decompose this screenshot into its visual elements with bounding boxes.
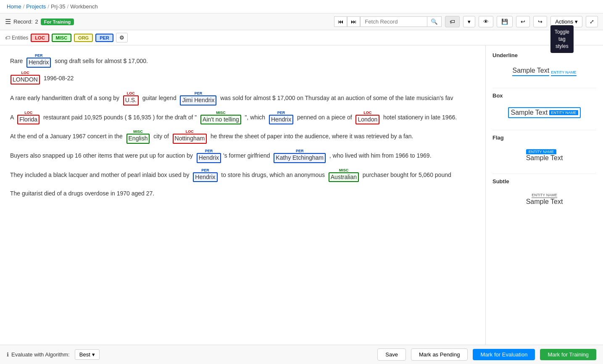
flag-sample-text: Sample Text	[526, 154, 563, 162]
text-paragraph-2: LOC LONDON 1996-08-22	[10, 71, 475, 85]
save-button[interactable]: Save	[377, 348, 406, 361]
entity-jimi-hendrix[interactable]: PER Jimi Hendrix	[180, 92, 216, 106]
breadcrumb-workbench: Workbench	[70, 3, 98, 10]
bottom-toolbar: ℹ Evaluate with Algorithm: Best ▾ Save M…	[0, 345, 603, 364]
actions-chevron-icon: ▾	[575, 18, 578, 25]
subtle-title: Subtle	[492, 178, 596, 185]
save-icon-button[interactable]: 💾	[497, 16, 513, 27]
underline-style-section[interactable]: Underline Sample Text ENTITY NAME	[492, 52, 596, 79]
entity-tag-per[interactable]: PER	[95, 34, 113, 42]
entity-settings-button[interactable]: ⚙	[116, 33, 128, 42]
fetch-prev-button[interactable]: ⏮	[334, 16, 347, 27]
flag-title: Flag	[492, 135, 596, 141]
text-area[interactable]: Rare PER Hendrix song draft sells for al…	[0, 45, 485, 345]
record-icon: ☰	[5, 18, 11, 26]
algorithm-select-button[interactable]: Best ▾	[75, 349, 100, 360]
actions-label: Actions	[555, 18, 573, 25]
entity-tag-org[interactable]: ORG	[74, 34, 93, 42]
fetch-record-input[interactable]	[360, 16, 427, 27]
entity-english[interactable]: MISC English	[126, 130, 150, 144]
subtle-sample-text: Sample Text	[526, 198, 563, 206]
algorithm-value: Best	[79, 351, 90, 358]
breadcrumb-project-id: Prj-35	[51, 3, 66, 10]
mark-pending-button[interactable]: Mark as Pending	[411, 348, 468, 361]
flag-entity-name: ENTITY NAME	[526, 149, 556, 154]
text-paragraph-4: A LOC Florida restaurant paid 10,925 pou…	[10, 111, 475, 125]
main-area: Rare PER Hendrix song draft sells for al…	[0, 45, 603, 345]
text-paragraph-5: At the end of a January 1967 concert in …	[10, 129, 475, 144]
underline-title: Underline	[492, 52, 596, 58]
entity-hendrix-4[interactable]: PER Hendrix	[193, 169, 217, 182]
view-toggle-button[interactable]: 👁	[479, 16, 493, 27]
undo-button[interactable]: ↩	[516, 16, 530, 27]
box-title: Box	[492, 92, 596, 99]
subtle-sample: ENTITY NAME Sample Text	[492, 190, 596, 209]
text-paragraph-1: Rare PER Hendrix song draft sells for al…	[10, 54, 475, 68]
entity-tag-misc[interactable]: MISC	[52, 34, 72, 42]
box-entity-name: ENTITY NAME	[549, 110, 578, 115]
fetch-group: ⏮ ⏭ 🔍	[334, 16, 442, 27]
tag-icon: 🏷	[5, 35, 10, 41]
flag-style-section[interactable]: Flag ENTITY NAME Sample Text	[492, 135, 596, 165]
flag-sample: ENTITY NAME Sample Text	[492, 146, 596, 165]
info-icon: ℹ	[7, 351, 9, 358]
subtle-entity-name: ENTITY NAME	[532, 193, 557, 198]
algorithm-chevron-icon: ▾	[92, 351, 95, 358]
box-sample: Sample Text ENTITY NAME	[492, 104, 596, 121]
box-sample-text: Sample Text	[511, 109, 548, 116]
toggle-tag-styles-popup: Toggle tag styles	[550, 25, 574, 53]
breadcrumb: Home / Projects / Prj-35 / Workbench	[0, 0, 603, 13]
record-count: 2	[35, 18, 38, 25]
entity-london-1[interactable]: LOC LONDON	[11, 71, 40, 85]
breadcrumb-home[interactable]: Home	[7, 3, 21, 10]
main-toolbar: ☰ Record: 2 For Training ⏮ ⏭ 🔍 🏷 ▾ 👁 💾 ↩…	[0, 13, 603, 30]
tag-styles-panel: Underline Sample Text ENTITY NAME Box Sa…	[485, 45, 603, 345]
subtle-style-section[interactable]: Subtle ENTITY NAME Sample Text	[492, 178, 596, 209]
entity-hendrix-1[interactable]: PER Hendrix	[26, 54, 51, 68]
underline-sample-text: Sample Text	[512, 67, 549, 76]
training-badge: For Training	[41, 18, 74, 25]
entity-toolbar: 🏷 Entities LOC MISC ORG PER ⚙	[0, 30, 603, 45]
mark-evaluation-button[interactable]: Mark for Evaluation	[473, 349, 535, 360]
entity-florida[interactable]: LOC Florida	[17, 111, 39, 125]
evaluate-label: ℹ Evaluate with Algorithm:	[7, 351, 70, 358]
entity-kathy[interactable]: PER Kathy Etchingham	[274, 149, 326, 163]
expand-button[interactable]: ⤢	[586, 16, 598, 27]
entity-hendrix-2[interactable]: PER Hendrix	[269, 111, 293, 125]
entity-aint-no-telling[interactable]: MISC Ain't no telling	[200, 111, 241, 125]
record-info: ☰ Record: 2 For Training	[5, 18, 74, 26]
text-paragraph-6: Buyers also snapped up 16 other items th…	[10, 149, 475, 163]
entity-nottingham[interactable]: LOC Nottingham	[173, 130, 207, 144]
entities-label: 🏷 Entities	[5, 35, 28, 41]
entity-us[interactable]: LOC U.S.	[123, 92, 139, 106]
entity-australian[interactable]: MISC Australian	[329, 169, 359, 182]
underline-entity-name: ENTITY NAME	[551, 70, 576, 76]
entity-hendrix-3[interactable]: PER Hendrix	[197, 149, 221, 163]
fetch-next-button[interactable]: ⏭	[347, 16, 360, 27]
text-paragraph-3: A rare early handwritten draft of a song…	[10, 91, 475, 106]
breadcrumb-projects[interactable]: Projects	[26, 3, 46, 10]
tag-style-dropdown-button[interactable]: ▾	[463, 16, 475, 27]
record-label: Record:	[13, 18, 33, 25]
text-paragraph-7: They included a black lacquer and mother…	[10, 168, 475, 182]
entity-tag-loc[interactable]: LOC	[31, 34, 49, 42]
redo-button[interactable]: ↪	[533, 16, 547, 27]
text-paragraph-8: The guitarist died of a drugs overdose i…	[10, 187, 475, 200]
box-style-section[interactable]: Box Sample Text ENTITY NAME	[492, 92, 596, 121]
fetch-search-button[interactable]: 🔍	[427, 16, 442, 27]
tag-style-button[interactable]: 🏷	[445, 16, 460, 27]
underline-sample: Sample Text ENTITY NAME	[492, 63, 596, 79]
mark-training-button[interactable]: Mark for Training	[540, 349, 596, 360]
entity-london-2[interactable]: LOC London	[355, 111, 379, 125]
